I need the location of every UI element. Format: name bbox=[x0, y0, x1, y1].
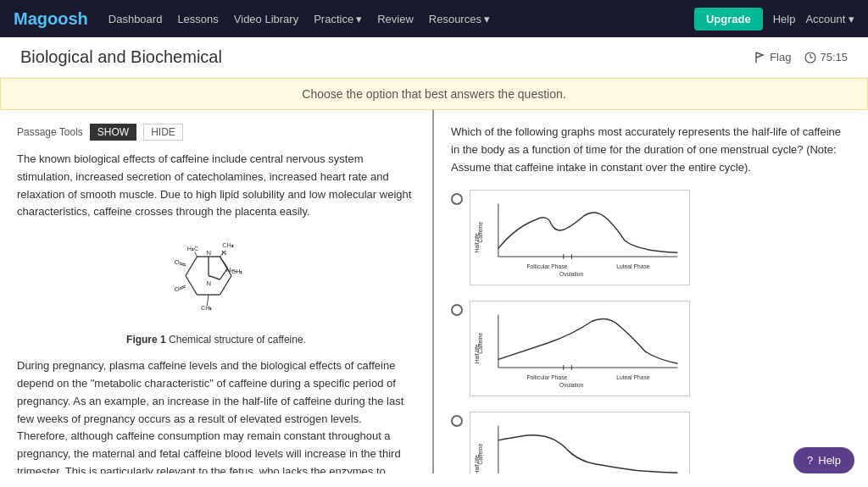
chevron-down-icon: ▾ bbox=[356, 13, 362, 25]
chevron-down-icon: ▾ bbox=[484, 13, 490, 25]
nav-resources[interactable]: Resources ▾ bbox=[429, 13, 490, 25]
clock-icon bbox=[804, 52, 816, 64]
graph-c: Caffeine Half-life Follicular Phase Lute… bbox=[470, 412, 690, 473]
nav-right: Upgrade Help Account ▾ bbox=[694, 8, 854, 30]
svg-text:Ovulation: Ovulation bbox=[559, 383, 584, 389]
svg-line-18 bbox=[180, 263, 186, 264]
flag-icon bbox=[754, 52, 766, 64]
graph-a: Caffeine Half-life Follicular Phase Lute… bbox=[470, 190, 690, 285]
svg-text:N: N bbox=[206, 279, 211, 287]
passage-tools: Passage Tools SHOW HIDE bbox=[17, 124, 415, 141]
svg-text:Follicular Phase: Follicular Phase bbox=[527, 375, 568, 381]
navbar: Magoosh Dashboard Lessons Video Library … bbox=[0, 0, 868, 37]
answer-choice-b[interactable]: Caffeine Half-life Follicular Phase Lute… bbox=[451, 301, 851, 396]
nav-lessons[interactable]: Lessons bbox=[177, 13, 218, 25]
nav-video-library[interactable]: Video Library bbox=[234, 13, 298, 25]
help-link[interactable]: Help bbox=[773, 13, 796, 25]
passage-paragraph-1: The known biological effects of caffeine… bbox=[17, 151, 415, 221]
svg-text:Luteal Phase: Luteal Phase bbox=[616, 375, 649, 381]
radio-c[interactable] bbox=[451, 415, 463, 427]
svg-text:N: N bbox=[226, 266, 231, 274]
graph-b-svg: Caffeine Half-life Follicular Phase Lute… bbox=[474, 305, 686, 390]
upgrade-button[interactable]: Upgrade bbox=[694, 8, 763, 30]
account-menu[interactable]: Account ▾ bbox=[805, 13, 854, 25]
svg-text:Half-life: Half-life bbox=[474, 456, 480, 473]
graph-c-svg: Caffeine Half-life Follicular Phase Lute… bbox=[474, 416, 686, 473]
svg-text:O: O bbox=[175, 285, 180, 293]
content-split: Passage Tools SHOW HIDE The known biolog… bbox=[0, 110, 868, 473]
nav-review[interactable]: Review bbox=[377, 13, 414, 25]
question-mark-icon: ? bbox=[807, 454, 813, 467]
svg-line-8 bbox=[186, 257, 198, 276]
help-fab[interactable]: ? Help bbox=[793, 447, 854, 473]
timer: 75:15 bbox=[804, 51, 848, 64]
svg-line-19 bbox=[180, 264, 186, 266]
instruction-bar: Choose the option that best answers the … bbox=[0, 78, 868, 110]
answer-choice-c[interactable]: Caffeine Half-life Follicular Phase Lute… bbox=[451, 412, 851, 473]
flag-button[interactable]: Flag bbox=[754, 51, 791, 64]
svg-text:CH₃: CH₃ bbox=[222, 241, 233, 249]
graph-a-svg: Caffeine Half-life Follicular Phase Lute… bbox=[474, 194, 686, 279]
svg-text:O: O bbox=[175, 258, 180, 266]
hide-button[interactable]: HIDE bbox=[143, 124, 183, 141]
figure-caption: Figure 1 Chemical structure of caffeine. bbox=[17, 334, 415, 346]
svg-text:Ovulation: Ovulation bbox=[559, 272, 584, 278]
logo[interactable]: Magoosh bbox=[14, 9, 88, 29]
show-button[interactable]: SHOW bbox=[90, 124, 136, 141]
page-container: Biological and Biochemical Flag 75:15 Ch… bbox=[0, 37, 868, 487]
left-panel: Passage Tools SHOW HIDE The known biolog… bbox=[0, 110, 434, 473]
question-text: Which of the following graphs most accur… bbox=[451, 124, 851, 176]
caffeine-molecule-figure: N N N N O O H₃C CH₃ CH₃ bbox=[140, 233, 292, 326]
nav-links: Dashboard Lessons Video Library Practice… bbox=[108, 13, 694, 25]
header-right: Flag 75:15 bbox=[754, 51, 848, 64]
figure-container: N N N N O O H₃C CH₃ CH₃ bbox=[17, 233, 415, 346]
nav-dashboard[interactable]: Dashboard bbox=[108, 13, 163, 25]
logo-text: Magoosh bbox=[14, 9, 88, 28]
svg-line-5 bbox=[220, 276, 232, 296]
svg-text:CH₃: CH₃ bbox=[201, 304, 212, 312]
help-fab-label: Help bbox=[818, 454, 841, 467]
svg-text:N: N bbox=[206, 249, 211, 257]
nav-practice[interactable]: Practice ▾ bbox=[314, 13, 362, 25]
radio-a[interactable] bbox=[451, 193, 463, 205]
svg-text:Luteal Phase: Luteal Phase bbox=[616, 264, 649, 270]
radio-b[interactable] bbox=[451, 304, 463, 316]
passage-paragraph-2: During pregnancy, plasma caffeine levels… bbox=[17, 357, 415, 473]
graph-b: Caffeine Half-life Follicular Phase Lute… bbox=[470, 301, 690, 396]
svg-text:N: N bbox=[221, 249, 226, 257]
svg-text:Half-life: Half-life bbox=[474, 234, 480, 253]
svg-text:Half-life: Half-life bbox=[474, 345, 480, 364]
svg-text:CH₃: CH₃ bbox=[231, 268, 242, 275]
page-title: Biological and Biochemical bbox=[20, 47, 222, 67]
svg-text:Follicular Phase: Follicular Phase bbox=[527, 264, 568, 270]
svg-text:H₃C: H₃C bbox=[187, 245, 198, 252]
svg-line-24 bbox=[195, 252, 198, 257]
page-header: Biological and Biochemical Flag 75:15 bbox=[0, 37, 868, 78]
right-panel: Which of the following graphs most accur… bbox=[434, 110, 868, 473]
answer-choice-a[interactable]: Caffeine Half-life Follicular Phase Lute… bbox=[451, 190, 851, 285]
svg-line-7 bbox=[186, 276, 198, 296]
